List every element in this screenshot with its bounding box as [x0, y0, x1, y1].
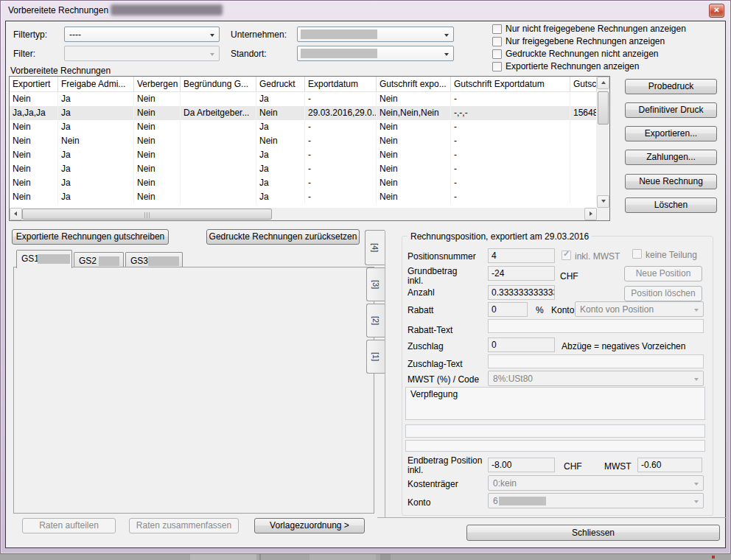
column-header-6[interactable]: Exportdatum — [305, 77, 377, 91]
gs-tab-label: GS1 — [21, 253, 39, 264]
cell — [181, 148, 256, 162]
redaction — [38, 254, 70, 264]
filter-checkbox-4[interactable] — [492, 62, 502, 71]
position-tab-1[interactable]: [1] — [366, 340, 385, 374]
exportieren-button[interactable]: Exportieren... — [625, 126, 717, 141]
zuruecksetzen-button[interactable]: Gedruckte Rechnungen zurücksetzen — [206, 229, 360, 245]
gutschreiben-button[interactable]: Exportierte Rechnungen gutschreiben — [12, 229, 169, 245]
cell: Ja — [58, 162, 134, 176]
invoice-row-8[interactable]: NeinJaNeinJa-Nein- — [10, 190, 597, 204]
raten-zusammenfassen-button: Raten zusammenfassen — [129, 518, 239, 533]
filter-checkbox-2[interactable] — [492, 37, 502, 46]
cell — [181, 134, 256, 148]
scroll-right-button[interactable] — [584, 208, 597, 220]
horizontal-scrollbar[interactable] — [10, 208, 597, 220]
loeschen-button[interactable]: Löschen — [625, 197, 717, 213]
close-button[interactable]: ✕ — [709, 4, 724, 18]
column-header-2[interactable]: Freigabe Admi... — [58, 77, 134, 91]
column-header-4[interactable]: Begründung G... — [181, 77, 256, 91]
endbetrag-mwst-field[interactable]: -0.60 — [637, 458, 702, 472]
konto2-value: 6 — [493, 496, 498, 506]
position-tab-2[interactable]: [2] — [366, 304, 385, 337]
cell — [181, 190, 256, 204]
cell — [570, 162, 597, 176]
filtertyp-value: ---- — [69, 29, 81, 40]
position-description-line-3[interactable] — [405, 440, 705, 452]
invoice-row-2[interactable]: Ja,Ja,JaJaNeinDa Arbeitgeber...Nein29.03… — [10, 106, 597, 120]
position-tab-3[interactable]: [3] — [366, 267, 385, 301]
close-icon: ✕ — [713, 6, 719, 14]
gs-tab-1[interactable]: GS1 — [16, 250, 72, 268]
check-icon: ✓ — [563, 249, 570, 259]
chevron-down-icon — [694, 378, 699, 381]
gs-tab-label: GS3 — [130, 256, 148, 266]
invoice-row-7[interactable]: NeinJaNeinJa-Nein- — [10, 176, 597, 190]
cell: Nein — [134, 190, 181, 204]
invoice-row-1[interactable]: NeinJaNeinJa-Nein- — [10, 92, 597, 106]
unternehmen-combo[interactable] — [297, 27, 454, 42]
gs-tab-2[interactable]: GS2 : — [74, 252, 124, 267]
column-header-8[interactable]: Gutschrift Exportdatum — [451, 77, 570, 91]
cell — [181, 162, 256, 176]
endbetrag-field[interactable]: -8.00 — [488, 458, 555, 472]
position-tab-4[interactable]: [4] — [365, 230, 385, 265]
filter-checkbox-1[interactable] — [492, 24, 502, 34]
position-tab-label: [1] — [371, 352, 380, 361]
cell: - — [451, 148, 570, 162]
column-header-3[interactable]: Verbergen — [134, 77, 181, 91]
inkl-mwst-label: inkl. MWST — [575, 251, 620, 262]
positionsnummer-field[interactable]: 4 — [488, 248, 555, 263]
column-header-5[interactable]: Gedruckt — [256, 77, 305, 91]
rabatt-field[interactable]: 0 — [488, 302, 528, 317]
zuschlag-text-field[interactable] — [488, 354, 704, 368]
cell: Ja — [256, 148, 305, 162]
chevron-down-icon — [694, 309, 699, 312]
gs-tab-3[interactable]: GS3 — [125, 252, 183, 267]
schliessen-button[interactable]: Schliessen — [466, 525, 720, 541]
arrow-right-icon — [590, 211, 592, 216]
desktop-fragment — [259, 554, 261, 560]
scroll-down-button[interactable] — [597, 195, 609, 208]
column-header-7[interactable]: Gutschrift expo... — [377, 77, 451, 91]
zuschlag-field[interactable]: 0 — [488, 337, 555, 352]
cell — [570, 148, 597, 162]
invoice-row-6[interactable]: NeinJaNeinJa-Nein- — [10, 162, 597, 176]
cell: Nein — [134, 134, 181, 148]
column-header-1[interactable]: Exportiert — [10, 77, 58, 91]
filter-checkbox-3[interactable] — [492, 49, 502, 59]
invoice-row-3[interactable]: NeinJaNeinJa-Nein- — [10, 120, 597, 134]
filtertyp-combo[interactable]: ---- — [64, 27, 220, 42]
kostentraeger-value: 0:kein — [493, 478, 517, 489]
invoice-row-4[interactable]: NeinNeinNeinNein-Nein- — [10, 134, 597, 148]
position-description-line-2[interactable] — [405, 424, 705, 438]
scroll-up-button[interactable] — [597, 77, 609, 89]
cell: Da Arbeitgeber... — [181, 106, 256, 120]
neue-rechnung-button[interactable]: Neue Rechnung — [625, 174, 717, 189]
zahlungen-button[interactable]: Zahlungen... — [625, 150, 717, 165]
vorlagezuordnung-button[interactable]: Vorlagezuordnung > — [254, 518, 365, 533]
probedruck-button[interactable]: Probedruck — [625, 79, 717, 94]
anzahl-field[interactable]: 0.3333333333333 — [488, 285, 555, 300]
vertical-scrollbar[interactable] — [597, 77, 609, 208]
cell: - — [451, 92, 570, 106]
horizontal-scroll-thumb[interactable] — [22, 209, 272, 220]
cell: - — [305, 148, 377, 162]
endbetrag-chf-label: CHF — [564, 461, 582, 472]
divider — [377, 517, 726, 518]
position-description-field[interactable]: Verpflegung — [405, 387, 705, 420]
column-header-9[interactable]: Gutsc — [570, 77, 597, 91]
scroll-left-button[interactable] — [10, 208, 22, 220]
cell: Nein — [10, 148, 58, 162]
cell: Nein — [377, 148, 451, 162]
definitiver-druck-button[interactable]: Definitiver Druck — [625, 102, 717, 118]
rabatt-text-field[interactable] — [488, 319, 704, 333]
grundbetrag-field[interactable]: -24 — [488, 266, 555, 281]
screen: Vorbereitete Rechnungen ✕ Filtertyp: ---… — [0, 0, 731, 560]
standort-combo[interactable] — [297, 46, 454, 61]
konto-label: Konto — [551, 305, 574, 315]
vertical-scroll-thumb[interactable] — [598, 91, 609, 125]
cell: 15648 — [570, 106, 597, 120]
invoice-row-5[interactable]: NeinJaNeinJa-Nein- — [10, 148, 597, 162]
cell: Nein,Nein,Nein — [377, 106, 451, 120]
arrow-up-icon — [601, 81, 606, 84]
